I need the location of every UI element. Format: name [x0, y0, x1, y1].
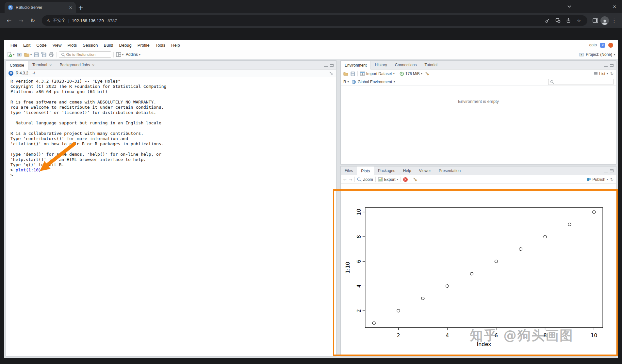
export-label: Export [384, 177, 396, 182]
memory-usage-widget[interactable]: 176 MiB ▾ [400, 71, 422, 76]
side-panel-icon[interactable] [591, 17, 599, 24]
translate-icon[interactable]: A [554, 17, 562, 24]
environment-search-input[interactable] [555, 80, 612, 84]
maximize-pane-icon[interactable] [330, 64, 334, 67]
tab-environment[interactable]: Environment [341, 61, 371, 70]
new-tab-button[interactable]: + [76, 2, 86, 13]
menu-code[interactable]: Code [33, 41, 49, 49]
tab-presentation[interactable]: Presentation [435, 166, 465, 175]
r-version-text[interactable]: R 4.3.2 . ~/ [16, 71, 35, 75]
project-selector[interactable]: R Project: (None) ▾ [579, 52, 615, 57]
tab-history[interactable]: History [371, 61, 391, 69]
maximize-pane-icon[interactable] [610, 64, 614, 67]
omnibox[interactable]: ⚠ 不安全 | 192.168.136.129 :8787 A ☆ [42, 15, 587, 26]
menu-session[interactable]: Session [80, 41, 101, 49]
new-file-icon[interactable]: ▾ [7, 52, 14, 57]
svg-text:10: 10 [591, 332, 597, 339]
next-plot-icon[interactable]: → [349, 177, 352, 182]
remove-plot-icon[interactable]: × [403, 177, 408, 182]
reload-button[interactable]: ↻ [27, 15, 38, 26]
addins-menu[interactable]: Addins ▾ [126, 52, 140, 57]
browser-addressbar: ← → ↻ ⚠ 不安全 | 192.168.136.129 :8787 A ☆ [0, 13, 622, 28]
new-project-icon[interactable]: R [17, 52, 22, 57]
svg-text:R: R [19, 54, 20, 56]
zoom-label: Zoom [363, 177, 373, 182]
goto-file-search[interactable] [59, 51, 111, 58]
display-mode-selector[interactable]: List ▾ [594, 71, 608, 76]
save-workspace-icon[interactable] [351, 71, 355, 76]
forward-button[interactable]: → [16, 15, 26, 26]
tab-help[interactable]: Help [399, 166, 415, 175]
tab-console[interactable]: Console [6, 61, 28, 70]
tab-files[interactable]: Files [341, 166, 357, 175]
language-selector[interactable]: R ▾ [343, 80, 349, 84]
tab-connections[interactable]: Connections [391, 61, 421, 69]
share-icon[interactable] [565, 17, 572, 24]
minimize-pane-icon[interactable] [324, 64, 328, 67]
tab-close-icon[interactable]: × [69, 5, 73, 10]
minimize-pane-icon[interactable] [604, 169, 608, 172]
tab-viewer[interactable]: Viewer [415, 166, 434, 175]
clear-environment-icon[interactable] [425, 71, 430, 76]
menu-file[interactable]: File [8, 41, 20, 49]
save-icon[interactable] [34, 52, 39, 57]
environment-scope-selector[interactable]: Global Environment ▾ [352, 80, 395, 84]
menu-view[interactable]: View [49, 41, 64, 49]
close-terminal-icon[interactable]: × [49, 63, 52, 67]
load-workspace-icon[interactable] [343, 71, 348, 76]
tab-tutorial[interactable]: Tutorial [420, 61, 441, 69]
clear-all-plots-icon[interactable] [413, 177, 417, 182]
minimize-pane-icon[interactable] [604, 64, 608, 67]
tab-search-icon[interactable] [562, 0, 577, 13]
publish-menu[interactable]: Publish ▾ [586, 177, 608, 182]
open-file-icon[interactable]: ▾ [24, 52, 32, 57]
save-all-icon[interactable] [41, 52, 46, 57]
addins-label: Addins [126, 52, 138, 57]
window-controls: — × [562, 0, 622, 13]
zoom-plot-button[interactable]: Zoom [357, 177, 373, 182]
tab-packages[interactable]: Packages [374, 166, 399, 175]
tab-background-jobs[interactable]: Background Jobs × [56, 61, 99, 69]
close-background-jobs-icon[interactable]: × [92, 63, 95, 67]
workspace-panes-icon[interactable]: ▾ [116, 52, 123, 57]
goto-file-input[interactable] [66, 53, 109, 56]
environment-search[interactable] [548, 79, 614, 85]
tab-terminal[interactable]: Terminal × [28, 61, 56, 69]
refresh-plots-icon[interactable]: ↻ [610, 177, 614, 182]
import-dataset-menu[interactable]: Import Dataset ▾ [360, 71, 395, 76]
clear-console-icon[interactable] [329, 71, 334, 76]
console-output-area[interactable]: R version 4.3.2 (2023-10-31) -- "Eye Hol… [6, 77, 336, 356]
refresh-environment-icon[interactable]: ↻ [610, 71, 614, 76]
browser-tab[interactable]: R RStudio Server × [5, 2, 76, 13]
console-command-line: > plot(1:10) [10, 167, 332, 173]
menu-debug[interactable]: Debug [116, 41, 134, 49]
password-key-icon[interactable] [544, 17, 551, 24]
export-plot-menu[interactable]: Export ▾ [378, 177, 398, 182]
console-prompt-line[interactable]: > [10, 173, 332, 178]
goto-label[interactable]: goto [589, 43, 597, 47]
menu-edit[interactable]: Edit [20, 41, 33, 49]
print-icon[interactable] [49, 52, 54, 57]
svg-text:10: 10 [356, 209, 362, 215]
plot-svg: 246810246810Index1:10 [341, 184, 616, 356]
maximize-pane-icon[interactable] [610, 169, 614, 172]
previous-plot-icon[interactable]: ← [343, 177, 347, 182]
close-window-button[interactable]: × [607, 0, 622, 13]
menu-tools[interactable]: Tools [153, 41, 168, 49]
menu-plots[interactable]: Plots [64, 41, 80, 49]
maximize-window-button[interactable] [592, 0, 607, 13]
minimize-window-button[interactable]: — [577, 0, 592, 13]
extension-badge-icon[interactable] [608, 43, 613, 48]
import-dataset-label: Import Dataset [366, 71, 392, 76]
profile-avatar[interactable] [600, 16, 609, 25]
browser-tabstrip: R RStudio Server × + — × [0, 0, 622, 13]
menu-profile[interactable]: Profile [135, 41, 153, 49]
menu-help[interactable]: Help [168, 41, 183, 49]
menu-build[interactable]: Build [101, 41, 116, 49]
browser-menu-kebab-icon[interactable]: ⋮ [610, 17, 618, 24]
tab-plots[interactable]: Plots [357, 166, 374, 175]
goto-extension-icon[interactable]: ↗ [600, 43, 605, 48]
bookmark-star-icon[interactable]: ☆ [575, 17, 583, 24]
svg-text:6: 6 [356, 260, 362, 263]
back-button[interactable]: ← [4, 15, 14, 26]
